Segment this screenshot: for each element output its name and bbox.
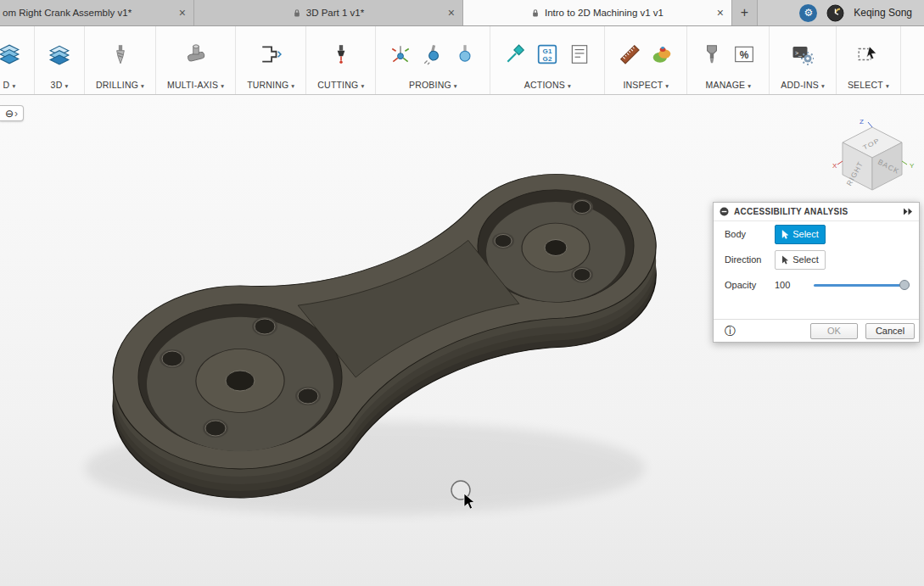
svg-text:G2: G2: [543, 55, 552, 63]
opacity-value: 100: [775, 280, 814, 290]
opacity-slider[interactable]: [814, 279, 909, 291]
notifications-icon[interactable]: [826, 4, 844, 22]
drilling-icon[interactable]: [107, 39, 134, 70]
chevron-down-icon: ▾: [886, 82, 889, 90]
new-document-tab-button[interactable]: +: [732, 0, 758, 25]
toolbar-group-add-ins: >_ ADD-INS▾: [770, 26, 837, 94]
chevron-down-icon: ▾: [221, 82, 224, 90]
cancel-button[interactable]: Cancel: [865, 323, 915, 339]
simulate-icon[interactable]: [501, 39, 529, 70]
measure-icon[interactable]: [616, 39, 643, 70]
chevron-down-icon: ▾: [568, 82, 571, 90]
svg-text:%: %: [740, 49, 749, 61]
close-tab-icon[interactable]: ×: [179, 7, 186, 19]
chevron-right-icon: ›: [14, 108, 18, 120]
toolbar-group-label-multi-axis[interactable]: MULTI-AXIS▾: [167, 80, 224, 90]
panel-collapse-icon[interactable]: [720, 207, 729, 216]
inspect-surface-icon[interactable]: [451, 39, 479, 70]
collapse-icon: ⊖: [5, 108, 14, 120]
manufacture-ribbon: D▾ 3D▾ DRILLING▾: [0, 26, 924, 95]
axis-y-label: Y: [910, 162, 915, 170]
post-process-icon[interactable]: G1G2: [534, 39, 561, 70]
toolbar-group-label-add-ins[interactable]: ADD-INS▾: [781, 80, 825, 90]
chevron-down-icon: ▾: [821, 82, 825, 90]
3d-milling-icon[interactable]: [46, 39, 73, 70]
browser-collapse-toggle[interactable]: ⊖›: [0, 105, 24, 121]
axis-z-label: Z: [860, 118, 864, 126]
toolbar-group-label-probing[interactable]: PROBING▾: [409, 80, 457, 90]
document-tabbar: om Right Crank Assembly v1* × 3D Part 1 …: [0, 0, 924, 26]
body-row: Body Select: [714, 221, 919, 247]
tabbar-right-cluster: ⚙ Keqing Song: [799, 0, 924, 25]
viewcube[interactable]: TOP RIGHT BACK X Y Z: [826, 117, 919, 204]
close-tab-icon[interactable]: ×: [448, 7, 455, 19]
chevron-down-icon: ▾: [141, 82, 144, 90]
toolbar-group-label-2d[interactable]: D▾: [3, 80, 16, 90]
chevron-down-icon: ▾: [361, 82, 364, 90]
info-icon[interactable]: ⓘ: [725, 326, 736, 337]
toolbar-group-label-manage[interactable]: MANAGE▾: [706, 80, 752, 90]
slider-track[interactable]: [814, 284, 909, 287]
opacity-label: Opacity: [725, 280, 775, 290]
toolbar-group-label-select[interactable]: SELECT▾: [848, 80, 889, 90]
body-select-button[interactable]: Select: [775, 225, 826, 244]
turning-icon[interactable]: [257, 39, 284, 70]
chevron-down-icon: ▾: [291, 82, 294, 90]
axis-x-label: X: [832, 162, 837, 170]
chevron-down-icon: ▾: [665, 82, 669, 90]
job-status-icon[interactable]: ⚙: [799, 4, 817, 22]
tab-label: 3D Part 1 v1*: [306, 8, 364, 18]
accessibility-analysis-icon[interactable]: [648, 39, 675, 70]
setup-sheet-icon[interactable]: [566, 39, 593, 70]
user-profile[interactable]: Keqing Song: [854, 7, 912, 19]
toolbar-group-label-cutting[interactable]: CUTTING▾: [317, 80, 364, 90]
select-tool-icon[interactable]: [854, 39, 882, 70]
2d-milling-icon[interactable]: [0, 39, 23, 70]
toolbar-group-inspect: INSPECT▾: [605, 26, 687, 94]
dialog-header[interactable]: ACCESSIBILITY ANALYSIS: [714, 203, 919, 221]
viewport-canvas[interactable]: ⊖› TOP RIGHT BACK X Y Z ACCESSIBILITY AN…: [0, 95, 924, 586]
toolbar-group-drilling: DRILLING▾: [85, 26, 156, 94]
toolbar-group-multi-axis: MULTI-AXIS▾: [156, 26, 236, 94]
toolbar-group-actions: G1G2 ACTIONS▾: [490, 26, 605, 94]
chevron-down-icon: ▾: [748, 82, 751, 90]
toolbar-group-label-turning[interactable]: TURNING▾: [247, 80, 294, 90]
double-arrow-icon[interactable]: [903, 208, 913, 215]
multi-axis-icon[interactable]: [182, 39, 210, 70]
cursor-icon: [781, 255, 789, 265]
direction-row: Direction Select: [714, 247, 919, 272]
svg-text:G1: G1: [543, 47, 552, 55]
toolbar-group-manage: % MANAGE▾: [687, 26, 770, 94]
toolbar-group-label-3d[interactable]: 3D▾: [51, 80, 69, 90]
toolbar-group-turning: TURNING▾: [236, 26, 306, 94]
dialog-footer: ⓘ OK Cancel: [714, 319, 919, 342]
chevron-down-icon: ▾: [12, 82, 15, 90]
scripts-addins-icon[interactable]: >_: [789, 39, 816, 70]
document-tab-3d-part[interactable]: 3D Part 1 v1* ×: [194, 0, 463, 25]
chevron-down-icon: ▾: [454, 82, 457, 90]
document-tab-intro-2d-machining[interactable]: Intro to 2D Machining v1 v1 ×: [463, 0, 732, 25]
lock-icon: [293, 8, 301, 18]
slider-handle[interactable]: [899, 280, 910, 290]
toolbar-group-3d: 3D▾: [35, 26, 85, 94]
toolbar-group-select: SELECT▾: [837, 26, 901, 94]
toolbar-group-label-actions[interactable]: ACTIONS▾: [524, 80, 571, 90]
document-tab-crank-assembly[interactable]: om Right Crank Assembly v1* ×: [0, 0, 194, 25]
tool-library-icon[interactable]: [698, 39, 725, 70]
probe-icon[interactable]: [387, 39, 414, 70]
fusion-window: om Right Crank Assembly v1* × 3D Part 1 …: [0, 0, 924, 586]
ok-button[interactable]: OK: [810, 323, 858, 339]
probe-wcs-icon[interactable]: [419, 39, 446, 70]
cutting-icon[interactable]: [328, 39, 355, 70]
tab-label: Intro to 2D Machining v1 v1: [545, 8, 664, 18]
direction-select-button[interactable]: Select: [775, 250, 826, 270]
close-tab-icon[interactable]: ×: [717, 7, 724, 19]
lock-icon: [531, 8, 540, 18]
tab-label: om Right Crank Assembly v1*: [3, 8, 132, 18]
dialog-title: ACCESSIBILITY ANALYSIS: [734, 207, 898, 216]
toolbar-group-2d: D▾: [0, 26, 35, 94]
body-label: Body: [725, 229, 775, 239]
percent-icon[interactable]: %: [731, 39, 758, 70]
toolbar-group-label-inspect[interactable]: INSPECT▾: [623, 80, 669, 90]
toolbar-group-label-drilling[interactable]: DRILLING▾: [96, 80, 144, 90]
